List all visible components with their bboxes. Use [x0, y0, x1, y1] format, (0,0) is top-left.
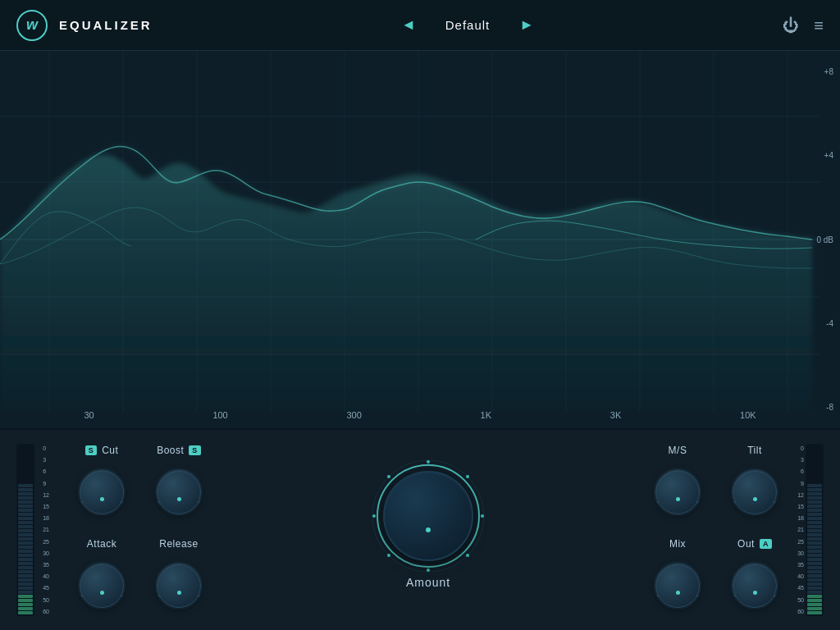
prev-preset-button[interactable]: ◄	[395, 13, 422, 37]
rvu-scale-6: 6	[789, 468, 804, 474]
mix-knob[interactable]	[655, 564, 700, 608]
amount-knob[interactable]	[383, 471, 473, 561]
mix-knob-container	[651, 559, 704, 615]
right-vu-segments	[806, 444, 824, 616]
vu-seg	[807, 504, 822, 508]
svg-point-49	[466, 554, 469, 557]
ms-knob-container	[651, 466, 704, 522]
left-knob-controls: S Cut	[75, 445, 205, 615]
db-labels: +8 +4 0 dB -4 -8	[816, 51, 833, 428]
vu-seg	[18, 582, 33, 586]
left-vu-meter	[16, 444, 34, 616]
out-knob[interactable]	[733, 564, 777, 608]
vu-seg	[18, 525, 33, 528]
attack-knob-container	[75, 559, 128, 615]
attack-knob[interactable]	[80, 564, 124, 608]
cut-knob[interactable]	[80, 470, 124, 514]
rvu-scale-45: 45	[789, 585, 804, 591]
vu-seg	[807, 513, 822, 516]
tilt-knob[interactable]	[733, 470, 777, 514]
vu-seg	[807, 517, 822, 520]
svg-point-51	[387, 554, 390, 557]
vu-scale-18: 18	[43, 515, 49, 521]
vu-seg	[18, 570, 33, 573]
vu-scale-3: 3	[43, 457, 49, 463]
vu-scale-60: 60	[43, 609, 49, 614]
next-preset-button[interactable]: ►	[513, 13, 541, 37]
cut-label-row: S Cut	[85, 445, 119, 456]
vu-seg	[18, 595, 33, 598]
left-vu-scale: 0 3 6 9 12 15 18 21 25 30 35 40 45 50 60	[43, 444, 49, 616]
vu-seg	[807, 484, 822, 487]
boost-knob-container	[153, 466, 205, 522]
vu-seg	[18, 591, 33, 594]
vu-seg	[807, 599, 822, 602]
vu-seg	[18, 562, 33, 565]
vu-seg	[807, 587, 822, 590]
vu-seg	[18, 484, 33, 487]
vu-seg	[18, 566, 33, 569]
release-knob[interactable]	[157, 564, 201, 608]
left-vu-segments	[16, 444, 34, 616]
left-vu-container: 0 3 6 9 12 15 18 21 25 30 35 40 45 50 60	[16, 444, 34, 616]
vu-seg	[807, 558, 822, 561]
svg-point-50	[427, 568, 430, 572]
db-label-plus8: +8	[816, 67, 833, 76]
vu-seg	[18, 517, 33, 520]
cut-knob-container	[75, 466, 128, 522]
vu-seg	[807, 492, 822, 495]
vu-seg	[18, 546, 33, 549]
vu-seg	[807, 582, 822, 586]
bottom-knob-row: Attack Re	[75, 538, 205, 615]
vu-seg	[18, 587, 33, 590]
db-label-zero: 0 dB	[816, 235, 833, 244]
vu-seg	[18, 521, 33, 524]
vu-seg	[807, 611, 822, 614]
freq-1k: 1K	[481, 410, 491, 420]
right-knob-controls: M/S Tilt	[651, 445, 781, 615]
vu-seg	[18, 574, 33, 578]
menu-button[interactable]: ≡	[814, 17, 824, 34]
vu-seg	[18, 496, 33, 500]
vu-seg	[18, 541, 33, 545]
amount-section: Amount	[213, 471, 643, 589]
svg-point-52	[372, 514, 376, 518]
power-button[interactable]: ⏻	[783, 17, 799, 34]
vu-seg	[807, 570, 822, 573]
app-title: EQUALIZER	[59, 18, 153, 32]
vu-seg	[18, 603, 33, 606]
ms-knob[interactable]	[655, 470, 700, 514]
boost-s-badge: S	[189, 445, 201, 455]
ms-label-row: M/S	[669, 445, 687, 456]
eq-curve-svg	[0, 51, 840, 428]
vu-seg	[807, 607, 822, 610]
right-bottom-knob-row: Mix Out	[651, 538, 781, 615]
out-a-badge: A	[760, 539, 772, 549]
header: w EQUALIZER ◄ Default ► ⏻ ≡	[0, 0, 840, 51]
vu-seg	[807, 562, 822, 565]
rvu-scale-0: 0	[789, 445, 804, 451]
vu-scale-40: 40	[43, 573, 49, 579]
right-vu-container: 0 3 6 9 12 15 18 21 25 30 35 40 45 50 60	[806, 444, 824, 616]
preset-name: Default	[445, 18, 491, 32]
tilt-label-row: Tilt	[747, 445, 762, 456]
header-left: w EQUALIZER	[16, 10, 153, 41]
svg-point-46	[427, 460, 430, 463]
vu-seg	[807, 603, 822, 606]
svg-point-47	[466, 475, 469, 478]
out-label-row: Out A	[737, 538, 772, 550]
vu-seg	[18, 537, 33, 541]
boost-knob[interactable]	[157, 470, 201, 514]
boost-label-row: Boost S	[157, 445, 201, 456]
vu-seg	[807, 537, 822, 541]
tilt-knob-container	[728, 466, 781, 522]
header-center: ◄ Default ►	[395, 13, 541, 37]
release-knob-container	[153, 559, 205, 615]
vu-seg	[18, 607, 33, 610]
vu-seg	[807, 488, 822, 491]
freq-300: 300	[346, 410, 361, 420]
vu-seg	[807, 525, 822, 528]
vu-seg	[807, 521, 822, 524]
vu-seg	[18, 558, 33, 561]
vu-seg	[18, 492, 33, 495]
